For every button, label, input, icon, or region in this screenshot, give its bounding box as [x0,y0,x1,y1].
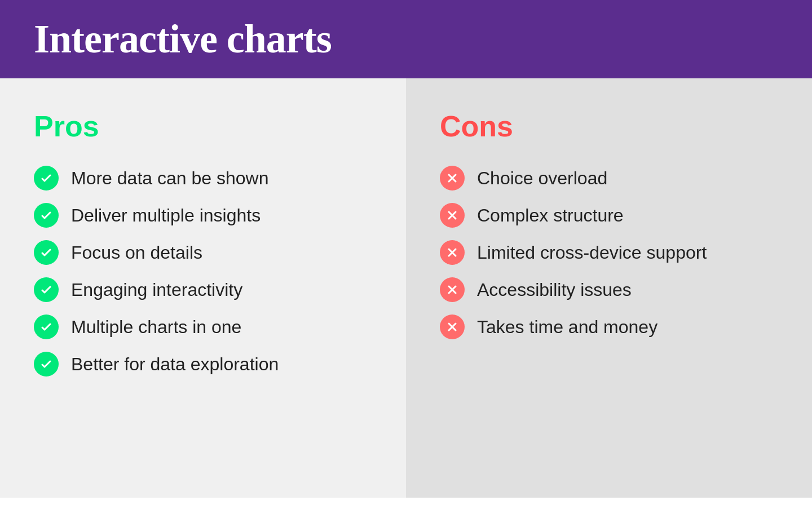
cons-section: Cons Choice overload Complex structure [406,78,812,498]
cons-item-5: Takes time and money [477,317,657,338]
cons-item-4: Accessibility issues [477,280,632,300]
cons-item-1: Choice overload [477,168,607,189]
pros-item-1: More data can be shown [71,168,268,189]
list-item: Better for data exploration [34,352,372,376]
pros-list: More data can be shown Deliver multiple … [34,166,372,376]
x-icon [440,314,465,339]
header: Interactive charts [0,0,812,78]
cons-item-2: Complex structure [477,205,624,226]
pros-item-3: Focus on details [71,242,202,263]
check-icon [34,277,59,302]
list-item: Takes time and money [440,314,778,339]
cons-title: Cons [440,109,778,143]
page-title: Interactive charts [34,16,778,63]
check-icon [34,240,59,265]
checkmark-svg [39,357,53,371]
x-icon [440,203,465,228]
list-item: Deliver multiple insights [34,203,372,228]
pros-item-2: Deliver multiple insights [71,205,261,226]
check-icon [34,203,59,228]
x-svg [445,171,459,185]
pros-section: Pros More data can be shown Deliver mult… [0,78,406,498]
x-svg [445,283,459,296]
pros-title: Pros [34,109,372,143]
pros-item-5: Multiple charts in one [71,317,241,338]
list-item: Multiple charts in one [34,314,372,339]
x-svg [445,320,459,334]
list-item: Choice overload [440,166,778,191]
x-icon [440,277,465,302]
x-svg [445,246,459,259]
x-icon [440,240,465,265]
check-icon [34,314,59,339]
list-item: Complex structure [440,203,778,228]
checkmark-svg [39,320,53,334]
x-icon [440,166,465,191]
cons-item-3: Limited cross-device support [477,242,707,263]
list-item: Accessibility issues [440,277,778,302]
pros-item-4: Engaging interactivity [71,280,242,300]
list-item: Engaging interactivity [34,277,372,302]
cons-list: Choice overload Complex structure Limite… [440,166,778,339]
pros-item-6: Better for data exploration [71,354,279,375]
check-icon [34,166,59,191]
list-item: More data can be shown [34,166,372,191]
checkmark-svg [39,171,53,185]
list-item: Limited cross-device support [440,240,778,265]
checkmark-svg [39,209,53,222]
list-item: Focus on details [34,240,372,265]
checkmark-svg [39,283,53,296]
x-svg [445,209,459,222]
checkmark-svg [39,246,53,259]
check-icon [34,352,59,376]
